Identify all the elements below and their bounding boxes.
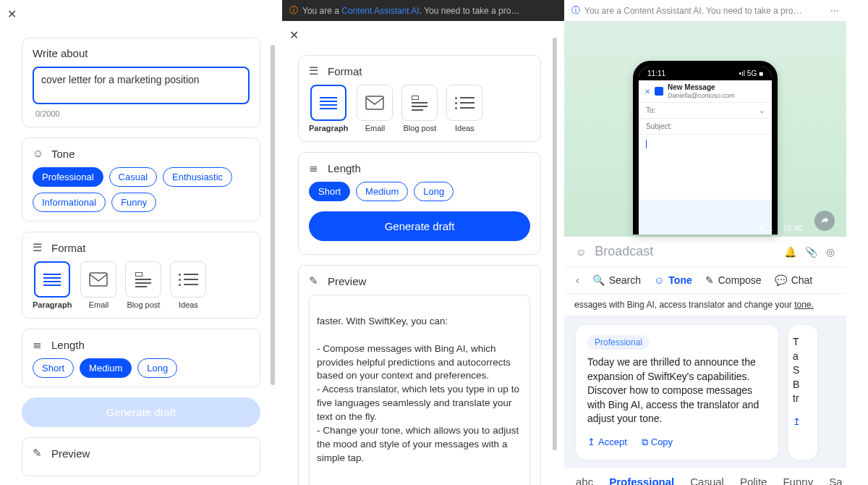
tone-icon: ☺: [654, 274, 664, 286]
wand-icon: ✎: [33, 447, 46, 460]
length-medium[interactable]: Medium: [356, 182, 408, 201]
tone-funny[interactable]: Funny: [783, 476, 813, 485]
suggestions: Professional Today we are thrilled to an…: [564, 316, 846, 468]
tone-professional[interactable]: Professional: [33, 167, 103, 187]
attach-icon[interactable]: 📎: [805, 246, 817, 258]
length-options: Short Medium Long: [33, 358, 250, 378]
keyboard-tabs: ‹ 🔍Search ☺Tone ✎Compose 💬Chat: [564, 267, 846, 294]
format-email[interactable]: Email: [357, 85, 393, 132]
tone-professional[interactable]: Professional: [609, 476, 674, 485]
wand-icon: ✎: [309, 274, 322, 287]
length-icon: ≣: [33, 338, 46, 351]
chat-preview-area: 11:11•ıl 5G ■ ✕ New MessageDaniella@cont…: [564, 21, 846, 237]
char-counter: 0/2000: [33, 106, 250, 118]
format-blogpost[interactable]: Blog post: [125, 261, 161, 309]
accept-button[interactable]: ↥Accept: [587, 436, 627, 448]
abc-key[interactable]: abc: [576, 476, 593, 485]
svg-rect-0: [90, 273, 107, 286]
write-about-card: Write about cover letter for a marketing…: [22, 38, 260, 127]
insert-icon: ↥: [587, 436, 595, 447]
svg-rect-1: [366, 96, 383, 109]
phone-mockup: 11:11•ıl 5G ■ ✕ New MessageDaniella@cont…: [633, 61, 778, 235]
close-icon[interactable]: ✕: [644, 88, 650, 96]
outlook-icon: [655, 87, 663, 96]
subject-field[interactable]: Subject:: [639, 119, 772, 135]
tab-chat[interactable]: 💬Chat: [775, 274, 813, 286]
format-icon: ☰: [309, 64, 322, 77]
close-icon[interactable]: ✕: [0, 0, 282, 28]
copy-icon: ⧉: [642, 436, 648, 448]
new-message-header: ✕ New MessageDaniella@contoso.com: [639, 80, 772, 103]
tab-tone[interactable]: ☺Tone: [654, 274, 692, 286]
length-options: Short Medium Long: [309, 182, 530, 201]
compose-panel-generated: ⓘ You are a Content Assistant AI. You ne…: [282, 0, 564, 485]
close-icon[interactable]: ✕: [282, 21, 564, 49]
preview-card: ✎Preview: [22, 437, 260, 476]
length-long[interactable]: Long: [414, 182, 454, 201]
length-icon: ≣: [309, 161, 322, 174]
bell-icon[interactable]: 🔔: [784, 246, 796, 258]
preview-card: ✎Preview faster. With SwiftKey, you can:…: [298, 265, 541, 485]
tone-casual[interactable]: Casual: [690, 476, 724, 485]
tone-options: Professional Casual Enthusiastic Informa…: [33, 167, 250, 212]
write-about-title: Write about: [33, 47, 250, 59]
message-input-row: ☺ Broadcast 🔔 📎 ◎: [564, 237, 846, 267]
to-field[interactable]: To:⌄: [639, 103, 772, 119]
camera-icon[interactable]: ◎: [826, 246, 835, 258]
length-short[interactable]: Short: [309, 182, 350, 201]
format-ideas[interactable]: Ideas: [446, 85, 482, 132]
compose-panel-blank: ✕ Write about cover letter for a marketi…: [0, 0, 282, 485]
tone-funny[interactable]: Funny: [111, 193, 156, 212]
scrollbar[interactable]: [553, 38, 557, 450]
tone-keyboard-panel: ⓘ You are a Content Assistant AI. You ne…: [564, 0, 846, 485]
tone-informational[interactable]: Informational: [33, 193, 106, 212]
broadcast-placeholder[interactable]: Broadcast: [595, 244, 653, 259]
tone-title: Tone: [51, 148, 75, 160]
length-long[interactable]: Long: [137, 358, 177, 378]
prompt-input[interactable]: cover letter for a marketing position: [33, 67, 250, 104]
screenshot-stage: ✕ Write about cover letter for a marketi…: [0, 0, 868, 485]
share-button[interactable]: [814, 211, 835, 231]
info-banner: essages with Bing AI, access translator …: [564, 294, 846, 316]
format-options: Paragraph Email Blog post Ideas: [309, 85, 530, 132]
chevron-down-icon: ⌄: [759, 106, 765, 114]
view-count: 👁1 18:40: [757, 224, 803, 232]
eye-icon: 👁: [757, 224, 765, 232]
format-ideas[interactable]: Ideas: [170, 261, 206, 309]
suggestion-card-partial: T a S B tr ↥: [788, 325, 817, 460]
back-icon[interactable]: ‹: [576, 274, 579, 286]
system-prompt-bar: ⓘ You are a Content Assistant AI. You ne…: [282, 0, 564, 21]
tone-more[interactable]: Sa: [829, 476, 842, 485]
format-email[interactable]: Email: [80, 261, 116, 309]
length-medium[interactable]: Medium: [80, 358, 132, 378]
format-icon: ☰: [33, 241, 46, 254]
preview-body: faster. With SwiftKey, you can: - Compos…: [317, 315, 522, 465]
generate-draft-button[interactable]: Generate draft: [22, 397, 260, 427]
tone-polite[interactable]: Polite: [740, 476, 767, 485]
length-short[interactable]: Short: [33, 358, 74, 378]
format-paragraph[interactable]: Paragraph: [33, 261, 72, 309]
emoji-icon[interactable]: ☺: [576, 246, 586, 258]
chat-icon: 💬: [775, 274, 787, 286]
scrollbar[interactable]: [271, 45, 275, 385]
preview-output: faster. With SwiftKey, you can: - Compos…: [309, 295, 530, 485]
generate-draft-button[interactable]: Generate draft: [309, 211, 530, 241]
tab-compose[interactable]: ✎Compose: [705, 274, 762, 286]
format-blogpost[interactable]: Blog post: [401, 85, 438, 132]
tone-card: ☺Tone Professional Casual Enthusiastic I…: [22, 138, 260, 222]
format-options: Paragraph Email Blog post Ideas: [33, 261, 250, 309]
search-icon: 🔍: [592, 274, 605, 286]
tone-enthusiastic[interactable]: Enthusiastic: [163, 167, 232, 187]
length-card: ≣Length Short Medium Long Generate draft: [298, 152, 541, 255]
format-card: ☰Format Paragraph Email Blog post Ideas: [22, 232, 260, 319]
email-body[interactable]: [639, 135, 772, 200]
format-paragraph[interactable]: Paragraph: [309, 85, 348, 132]
tone-selector-row: abc Professional Casual Polite Funny Sa: [564, 468, 846, 485]
preview-title: Preview: [328, 275, 366, 287]
insert-icon[interactable]: ↥: [793, 416, 801, 427]
tone-casual[interactable]: Casual: [109, 167, 157, 187]
tab-search[interactable]: 🔍Search: [592, 274, 641, 286]
format-card: ☰Format Paragraph Email Blog post Ideas: [298, 55, 541, 142]
length-title: Length: [328, 162, 361, 174]
copy-button[interactable]: ⧉Copy: [642, 436, 673, 448]
